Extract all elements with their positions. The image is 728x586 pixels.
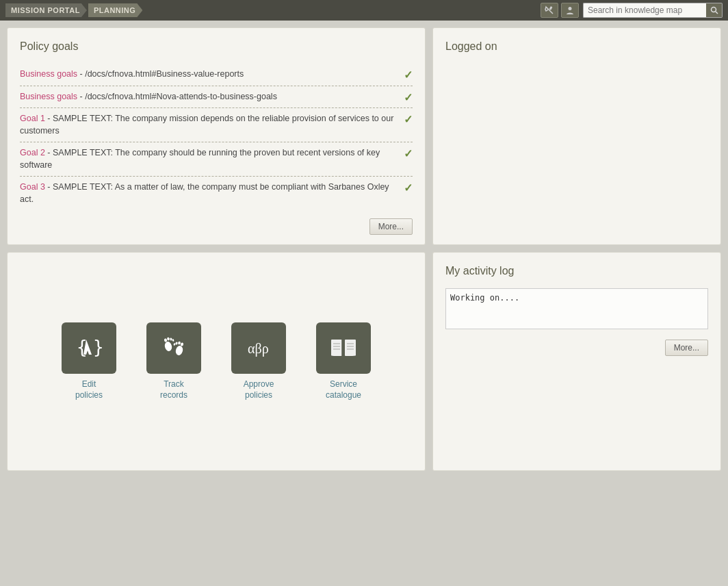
edit-policies-label: Editpolicies xyxy=(75,379,103,400)
logged-on-panel: Logged on xyxy=(432,27,721,245)
goal-text-1: - /docs/cfnova.html#Business-value-repor… xyxy=(80,69,244,79)
activity-log-textarea[interactable]: Working on.... xyxy=(445,288,708,329)
svg-text:}: } xyxy=(93,337,104,357)
activity-log-more-button[interactable]: More... xyxy=(665,340,708,356)
action-approve-policies[interactable]: αβρ Approvepolicies xyxy=(224,322,293,400)
service-catalogue-label: Servicecatalogue xyxy=(326,379,361,400)
checkmark-4: ✓ xyxy=(404,147,413,160)
nav-mission-portal[interactable]: MISSION PORTAL xyxy=(5,3,87,17)
search-input[interactable] xyxy=(583,3,706,18)
goal-text-3: - SAMPLE TEXT: The company mission depen… xyxy=(20,114,393,136)
approve-policies-icon-box: αβρ xyxy=(231,322,286,374)
approve-policies-label: Approvepolicies xyxy=(244,379,274,400)
policy-goals-panel: Policy goals Business goals - /docs/cfno… xyxy=(7,27,426,245)
activity-log-panel: My activity log Working on.... More... xyxy=(432,252,721,471)
goal-link-1[interactable]: Business goals xyxy=(20,69,77,79)
goal-link-3[interactable]: Goal 1 xyxy=(20,114,45,123)
svg-line-3 xyxy=(716,12,718,14)
svg-point-11 xyxy=(172,339,174,342)
svg-point-8 xyxy=(164,338,167,342)
svg-point-10 xyxy=(170,338,172,342)
svg-point-9 xyxy=(167,337,170,341)
tools-icon-btn[interactable] xyxy=(541,3,558,18)
goal-text-4: - SAMPLE TEXT: The company should be run… xyxy=(20,148,380,170)
search-container xyxy=(583,3,723,18)
svg-rect-0 xyxy=(549,6,553,10)
more-btn-container: More... xyxy=(20,218,413,235)
goal-link-2[interactable]: Business goals xyxy=(20,92,77,101)
track-records-icon xyxy=(159,333,189,363)
action-edit-policies[interactable]: { } Editpolicies xyxy=(55,322,123,400)
goal-item-2: Business goals - /docs/cfnova.html#Nova-… xyxy=(20,86,413,109)
activity-more-container: More... xyxy=(445,340,708,356)
checkmark-1: ✓ xyxy=(404,68,413,81)
policy-goals-title: Policy goals xyxy=(20,40,413,53)
svg-line-22 xyxy=(342,356,356,357)
tools-icon xyxy=(545,5,554,15)
actions-grid: { } Editpolicies xyxy=(55,322,378,400)
main-content: Policy goals Business goals - /docs/cfno… xyxy=(0,21,728,478)
service-catalogue-icon-box xyxy=(316,322,371,374)
policy-goals-more-button[interactable]: More... xyxy=(369,218,413,235)
track-records-icon-box xyxy=(146,322,201,374)
actions-panel: { } Editpolicies xyxy=(7,252,426,471)
action-service-catalogue[interactable]: Servicecatalogue xyxy=(309,322,378,400)
svg-rect-19 xyxy=(345,340,356,356)
goal-link-4[interactable]: Goal 2 xyxy=(20,148,45,157)
goal-item-4: Goal 2 - SAMPLE TEXT: The company should… xyxy=(20,142,413,177)
approve-policies-icon: αβρ xyxy=(244,333,274,363)
svg-point-12 xyxy=(174,345,183,356)
search-button[interactable] xyxy=(706,3,723,18)
service-catalogue-icon xyxy=(328,333,359,363)
checkmark-3: ✓ xyxy=(404,113,413,126)
svg-text:αβρ: αβρ xyxy=(248,341,269,357)
search-icon xyxy=(710,6,718,14)
edit-policies-icon-box: { } xyxy=(62,322,116,374)
svg-rect-18 xyxy=(331,340,342,356)
svg-line-21 xyxy=(331,356,342,357)
checkmark-5: ✓ xyxy=(404,181,413,194)
user-icon xyxy=(565,5,575,15)
logged-on-title: Logged on xyxy=(445,40,708,53)
goal-text-2: - /docs/cfnova.html#Nova-attends-to-busi… xyxy=(80,92,277,101)
goal-item-1: Business goals - /docs/cfnova.html#Busin… xyxy=(20,64,413,86)
svg-point-13 xyxy=(180,342,183,346)
action-track-records[interactable]: Trackrecords xyxy=(140,322,208,400)
edit-policies-icon: { } xyxy=(74,333,104,363)
nav-planning[interactable]: PLANNING xyxy=(88,3,142,17)
svg-point-16 xyxy=(173,343,175,346)
goal-link-5[interactable]: Goal 3 xyxy=(20,182,45,192)
topbar-icons xyxy=(541,3,579,18)
activity-log-title: My activity log xyxy=(445,265,708,277)
svg-point-2 xyxy=(711,8,716,12)
svg-point-14 xyxy=(178,342,181,345)
topbar: MISSION PORTAL PLANNING xyxy=(0,0,728,21)
svg-point-15 xyxy=(175,342,178,346)
goal-text-5: - SAMPLE TEXT: As a matter of law, the c… xyxy=(20,182,389,204)
svg-point-1 xyxy=(569,7,572,10)
track-records-label: Trackrecords xyxy=(160,379,187,400)
goal-item-5: Goal 3 - SAMPLE TEXT: As a matter of law… xyxy=(20,177,413,210)
svg-point-7 xyxy=(164,341,172,352)
checkmark-2: ✓ xyxy=(404,91,413,104)
breadcrumb: MISSION PORTAL PLANNING xyxy=(5,3,142,17)
user-icon-btn[interactable] xyxy=(561,3,579,18)
goal-item-3: Goal 1 - SAMPLE TEXT: The company missio… xyxy=(20,108,413,142)
